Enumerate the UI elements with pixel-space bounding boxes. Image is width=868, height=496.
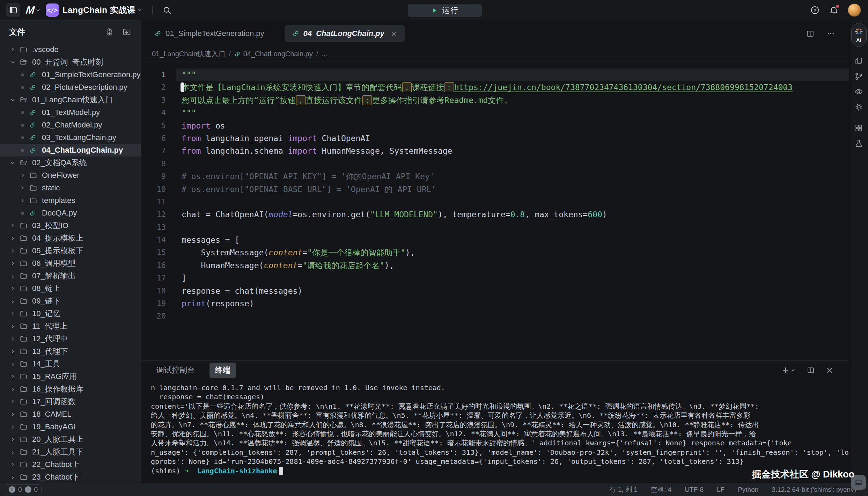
split-editor-icon[interactable] — [806, 29, 815, 38]
python-file-icon — [29, 84, 37, 91]
tree-item-label: 09_链下 — [32, 296, 60, 306]
status-item[interactable]: 3.12.2 64-bit ('shims': pyenv) — [772, 486, 856, 494]
tree-row[interactable]: 06_调用模型 — [0, 257, 141, 270]
tree-row[interactable]: 13_代理下 — [0, 345, 141, 358]
tree-item-label: 21_人脉工具下 — [32, 447, 83, 457]
line-number: 18 — [141, 285, 171, 297]
tree-row[interactable]: 16_操作数据库 — [0, 383, 141, 395]
panel-tab[interactable]: 终端 — [209, 363, 236, 378]
status-item[interactable]: UTF-8 — [685, 486, 704, 494]
new-terminal-button[interactable] — [781, 366, 796, 374]
project-switcher[interactable]: </> LangChain 实战课 — [46, 3, 142, 17]
project-icon: </> — [46, 3, 59, 17]
files-icon[interactable] — [851, 53, 867, 68]
code-token: # os.environ["OPENAI_API_KEY"] = '你的Open… — [182, 172, 435, 181]
git-modified-dot — [18, 212, 27, 215]
marscode-logo[interactable]: M — [25, 4, 41, 16]
close-panel-icon[interactable] — [825, 366, 834, 374]
toggle-sidebar-button[interactable] — [6, 3, 20, 17]
ai-assistant-button[interactable]: AI — [851, 23, 867, 47]
tree-row[interactable]: 19_BabyAGI — [0, 421, 141, 433]
status-item[interactable]: 空格: 4 — [651, 485, 671, 494]
terminal-prompt: (shims) ➜ LangChain-shizhanke — [151, 466, 839, 475]
tree-row[interactable]: 17_回调函数 — [0, 395, 141, 408]
code-token: ), — [384, 261, 394, 270]
code-token: ， — [402, 82, 412, 92]
git-modified-dot — [18, 149, 27, 152]
status-item[interactable]: LF — [717, 486, 724, 494]
preview-icon[interactable] — [851, 84, 867, 99]
folder-icon — [29, 184, 37, 192]
close-tab-icon[interactable] — [391, 30, 397, 37]
tree-row[interactable]: 02_PictureDescription.py — [0, 81, 141, 94]
tree-row[interactable]: 03_TextLangChain.py — [0, 131, 141, 144]
tree-item-label: 15_RAG应用 — [32, 371, 77, 382]
tree-item-label: 12_代理中 — [32, 334, 68, 344]
tree-row[interactable]: 23_Chatbot下 — [0, 471, 141, 483]
tree-row[interactable]: 05_提示模板下 — [0, 245, 141, 257]
tree-row[interactable]: DocQA.py — [0, 207, 141, 219]
help-button[interactable]: ? — [810, 5, 820, 15]
user-avatar[interactable] — [848, 3, 861, 17]
chevron-right-icon — [8, 235, 17, 241]
tree-row[interactable]: 07_解析输出 — [0, 270, 141, 282]
code-text: 本文件是【LangChain系统安装和快速入门】章节的配套代码，课程链接：htt… — [176, 81, 849, 94]
editor-area: 01_SimpleTextGeneration.py04_ChatLongCha… — [141, 20, 849, 483]
source-control-icon[interactable] — [851, 68, 867, 84]
new-file-icon[interactable] — [105, 28, 114, 36]
project-name: LangChain 实战课 — [62, 5, 135, 16]
debug-icon[interactable] — [851, 99, 867, 115]
code-token: """ — [182, 108, 196, 117]
tree-row[interactable]: 04_ChatLongChain.py — [0, 144, 141, 156]
tree-row[interactable]: 03_模型IO — [0, 219, 141, 232]
breadcrumb-item[interactable]: 04_ChatLongChain.py — [234, 50, 313, 58]
tree-row[interactable]: 18_CAMEL — [0, 408, 141, 421]
tree-row[interactable]: 14_工具 — [0, 358, 141, 370]
code-text: HumanMessage(content="请给我的花店起个名"), — [176, 259, 849, 272]
tree-row[interactable]: 10_记忆 — [0, 307, 141, 320]
tree-row[interactable]: 15_RAG应用 — [0, 370, 141, 383]
editor-tab[interactable]: 01_SimpleTextGeneration.py — [147, 25, 272, 42]
split-panel-icon[interactable] — [807, 366, 815, 374]
tree-row[interactable]: 02_ChatModel.py — [0, 119, 141, 131]
tree-row[interactable]: .vscode — [0, 43, 141, 56]
tree-row[interactable]: 04_提示模板上 — [0, 232, 141, 245]
tree-item-label: 00_开篇词_奇点时刻 — [32, 57, 103, 67]
code-token: ), — [405, 248, 415, 257]
tree-row[interactable]: 01_LangChain快速入门 — [0, 94, 141, 106]
tree-row[interactable]: 20_人脉工具上 — [0, 433, 141, 446]
problems-indicator[interactable]: ✕ 0 ! 0 — [5, 484, 42, 495]
tree-row[interactable]: 02_文档QA系统 — [0, 156, 141, 169]
panel-tab[interactable]: 调试控制台 — [151, 363, 200, 378]
status-item[interactable]: Python — [738, 486, 758, 494]
code-editor[interactable]: 1"""2本文件是【LangChain系统安装和快速入门】章节的配套代码，课程链… — [141, 61, 849, 360]
new-folder-icon[interactable] — [122, 28, 131, 36]
code-token: "请给我的花店起个名" — [302, 261, 384, 270]
more-actions-icon[interactable] — [826, 29, 835, 38]
tree-row[interactable]: 08_链上 — [0, 282, 141, 295]
editor-tab[interactable]: 04_ChatLongChain.py — [285, 25, 405, 42]
sidebar-toggle-icon — [9, 6, 18, 15]
search-button[interactable] — [162, 6, 171, 15]
tree-row[interactable]: OneFlower — [0, 169, 141, 182]
tree-row[interactable]: templates — [0, 194, 141, 207]
run-button[interactable]: 运行 — [408, 4, 482, 17]
tree-row[interactable]: 01_SimpleTextGeneration.py — [0, 68, 141, 81]
test-icon[interactable] — [851, 136, 867, 151]
tree-row[interactable]: 00_开篇词_奇点时刻 — [0, 56, 141, 68]
breadcrumb-item[interactable]: 01_LangChain快速入门 — [152, 49, 225, 59]
tree-row[interactable]: 21_人脉工具下 — [0, 446, 141, 458]
notifications-button[interactable] — [829, 5, 839, 15]
tree-row[interactable]: 01_TextModel.py — [0, 106, 141, 119]
tree-row[interactable]: 11_代理上 — [0, 320, 141, 333]
tree-row[interactable]: 22_Chatbot上 — [0, 458, 141, 471]
tree-row[interactable]: 09_链下 — [0, 295, 141, 307]
status-item[interactable]: 行 1, 列 1 — [610, 485, 638, 494]
tree-row[interactable]: static — [0, 182, 141, 194]
breadcrumb-item[interactable]: ... — [322, 50, 328, 58]
device-preview-button[interactable] — [851, 475, 866, 490]
tree-item-label: 13_代理下 — [32, 346, 68, 357]
tree-row[interactable]: 12_代理中 — [0, 333, 141, 345]
extensions-icon[interactable] — [851, 120, 867, 136]
terminal-output[interactable]: n langchain-core 0.1.7 and will be remov… — [141, 380, 849, 483]
